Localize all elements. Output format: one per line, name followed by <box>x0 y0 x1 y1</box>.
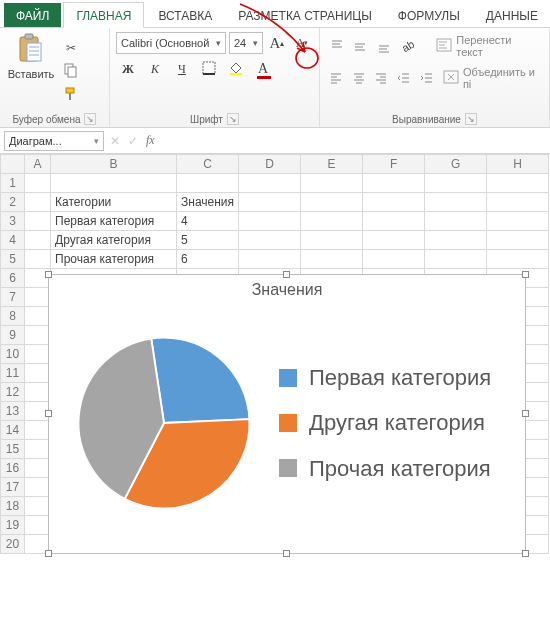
cell[interactable] <box>25 459 51 478</box>
cell[interactable] <box>363 174 425 193</box>
cell[interactable] <box>25 383 51 402</box>
cell[interactable] <box>301 193 363 212</box>
align-top-button[interactable] <box>326 35 348 57</box>
chart-legend[interactable]: Первая категорияДругая категорияПрочая к… <box>279 299 525 547</box>
cell[interactable] <box>363 250 425 269</box>
row-header[interactable]: 12 <box>1 383 25 402</box>
tab-pagelayout[interactable]: РАЗМЕТКА СТРАНИЦЫ <box>226 3 384 27</box>
cell[interactable] <box>25 174 51 193</box>
cell[interactable] <box>25 421 51 440</box>
cell[interactable] <box>487 212 549 231</box>
fill-color-button[interactable] <box>224 58 248 80</box>
increase-font-button[interactable]: A▴ <box>266 32 288 54</box>
row-header[interactable]: 17 <box>1 478 25 497</box>
cell[interactable] <box>239 212 301 231</box>
row-header[interactable]: 8 <box>1 307 25 326</box>
cell[interactable] <box>25 212 51 231</box>
font-dialog-launcher[interactable]: ↘ <box>227 113 239 125</box>
border-button[interactable] <box>197 58 221 80</box>
legend-item[interactable]: Первая категория <box>279 365 515 390</box>
cell[interactable] <box>25 345 51 364</box>
resize-handle[interactable] <box>522 550 529 557</box>
col-header[interactable]: C <box>177 155 239 174</box>
pie-plot[interactable] <box>49 299 279 547</box>
row-header[interactable]: 3 <box>1 212 25 231</box>
cell[interactable]: Прочая категория <box>51 250 177 269</box>
resize-handle[interactable] <box>522 271 529 278</box>
name-box[interactable]: Диаграм... ▾ <box>4 131 104 151</box>
resize-handle[interactable] <box>45 550 52 557</box>
cell[interactable] <box>25 288 51 307</box>
resize-handle[interactable] <box>283 271 290 278</box>
cell[interactable]: 6 <box>177 250 239 269</box>
cell[interactable] <box>363 193 425 212</box>
increase-indent-button[interactable] <box>416 67 437 89</box>
cell[interactable] <box>239 174 301 193</box>
align-bottom-button[interactable] <box>373 35 395 57</box>
font-name-combo[interactable]: Calibri (Основной▾ <box>116 32 226 54</box>
row-header[interactable]: 16 <box>1 459 25 478</box>
cell[interactable]: 4 <box>177 212 239 231</box>
cell[interactable] <box>25 193 51 212</box>
cell[interactable] <box>51 174 177 193</box>
cell[interactable] <box>25 307 51 326</box>
align-left-button[interactable] <box>326 67 347 89</box>
row-header[interactable]: 9 <box>1 326 25 345</box>
tab-data[interactable]: ДАННЫЕ <box>474 3 550 27</box>
bold-button[interactable]: Ж <box>116 58 140 80</box>
chart-object[interactable]: Значения Первая категорияДругая категори… <box>48 274 526 554</box>
font-size-combo[interactable]: 24▾ <box>229 32 263 54</box>
tab-formulas[interactable]: ФОРМУЛЫ <box>386 3 472 27</box>
col-header[interactable]: F <box>363 155 425 174</box>
cell[interactable] <box>425 193 487 212</box>
row-header[interactable]: 4 <box>1 231 25 250</box>
copy-button[interactable] <box>60 62 82 82</box>
resize-handle[interactable] <box>283 550 290 557</box>
enter-icon[interactable]: ✓ <box>128 134 138 148</box>
cell[interactable] <box>487 193 549 212</box>
row-header[interactable]: 1 <box>1 174 25 193</box>
cell[interactable] <box>239 250 301 269</box>
cancel-icon[interactable]: ✕ <box>110 134 120 148</box>
tab-home[interactable]: ГЛАВНАЯ <box>63 2 144 28</box>
cell[interactable] <box>425 250 487 269</box>
col-header[interactable]: H <box>487 155 549 174</box>
cell[interactable]: 5 <box>177 231 239 250</box>
chart-title[interactable]: Значения <box>49 281 525 299</box>
merge-button[interactable]: Объединить и пі <box>439 64 543 92</box>
cell[interactable] <box>487 174 549 193</box>
col-header[interactable]: G <box>425 155 487 174</box>
row-header[interactable]: 14 <box>1 421 25 440</box>
align-right-button[interactable] <box>371 67 392 89</box>
pie-slice[interactable] <box>151 338 249 424</box>
cell[interactable] <box>25 478 51 497</box>
legend-item[interactable]: Прочая категория <box>279 456 515 481</box>
align-center-button[interactable] <box>349 67 370 89</box>
legend-item[interactable]: Другая категория <box>279 410 515 435</box>
col-header[interactable]: B <box>51 155 177 174</box>
clipboard-dialog-launcher[interactable]: ↘ <box>84 113 96 125</box>
col-header[interactable]: A <box>25 155 51 174</box>
tab-file[interactable]: ФАЙЛ <box>4 3 61 27</box>
cell[interactable] <box>301 250 363 269</box>
cell[interactable] <box>239 231 301 250</box>
row-header[interactable]: 11 <box>1 364 25 383</box>
cell[interactable] <box>487 231 549 250</box>
resize-handle[interactable] <box>45 410 52 417</box>
row-header[interactable]: 10 <box>1 345 25 364</box>
row-header[interactable]: 5 <box>1 250 25 269</box>
cell[interactable] <box>301 174 363 193</box>
cell[interactable] <box>25 440 51 459</box>
cell[interactable] <box>487 250 549 269</box>
align-dialog-launcher[interactable]: ↘ <box>465 113 477 125</box>
cell[interactable] <box>25 516 51 535</box>
row-header[interactable]: 19 <box>1 516 25 535</box>
row-header[interactable]: 20 <box>1 535 25 554</box>
row-header[interactable]: 6 <box>1 269 25 288</box>
col-header[interactable]: D <box>239 155 301 174</box>
cell[interactable]: Первая категория <box>51 212 177 231</box>
align-middle-button[interactable] <box>350 35 372 57</box>
cut-button[interactable]: ✂ <box>60 38 82 58</box>
cell[interactable] <box>425 231 487 250</box>
wrap-text-button[interactable]: Перенести текст <box>432 32 543 60</box>
